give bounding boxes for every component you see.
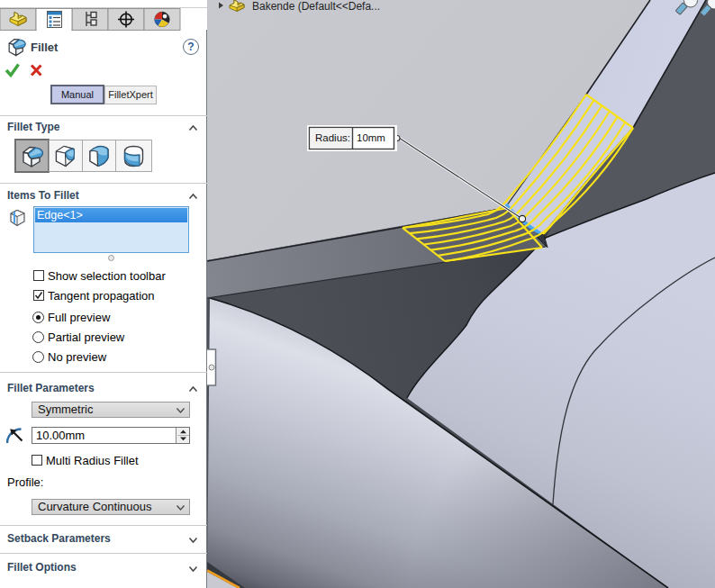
svg-text:Bakende (Default<<Defa...: Bakende (Default<<Defa... (252, 0, 380, 13)
svg-text:10mm: 10mm (357, 132, 385, 143)
svg-text:Radius:: Radius: (315, 132, 350, 143)
